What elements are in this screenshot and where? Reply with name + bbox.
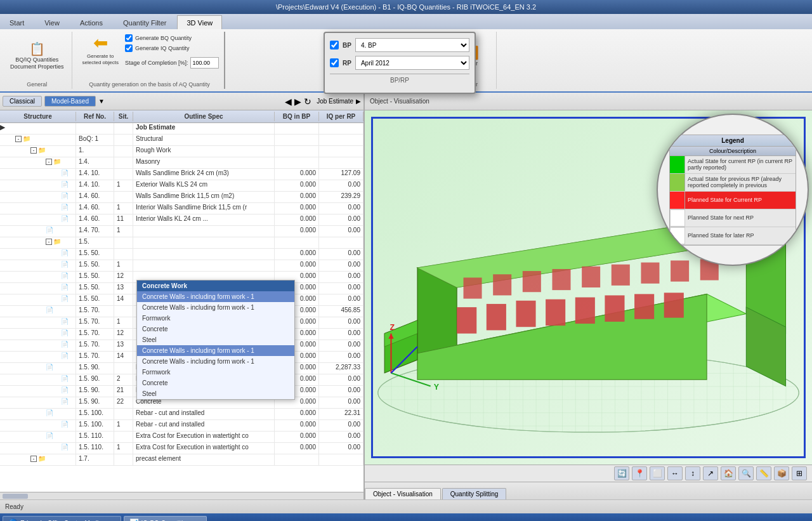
table-row[interactable]: 📄 1.4. 60. 1 Interior Walls Sandlime Bri…: [0, 203, 363, 214]
tab-qty-splitting[interactable]: Quantity Splitting: [442, 488, 507, 499]
table-row[interactable]: -📁 1. Rough Work: [0, 146, 363, 157]
cell-sit: 14: [114, 294, 133, 305]
table-row[interactable]: 📄 1.5. 110. 1 Extra Cost for Execution i…: [0, 443, 363, 454]
forward-btn[interactable]: ▶: [294, 96, 301, 107]
svg-rect-8: [457, 307, 476, 333]
table-row[interactable]: -📁 1.4. Masonry: [0, 157, 363, 169]
refresh-btn[interactable]: ↻: [304, 96, 311, 107]
rp-select[interactable]: April 2012: [355, 56, 469, 70]
bq-iq-quantities-btn[interactable]: 📋 BQ/IQ QuantitiesDocument Properties: [8, 41, 67, 72]
tab-model-based[interactable]: Model-Based: [44, 96, 96, 107]
cell-iq: 239.29: [319, 192, 363, 202]
cell-iq: 0.00: [319, 340, 363, 351]
popup-item-0[interactable]: Concrete Walls - including form work - 1: [137, 291, 294, 302]
col-structure: Structure: [0, 112, 76, 121]
generate-bq-checkbox[interactable]: [125, 34, 133, 42]
cell-iq: 0.00: [319, 180, 363, 191]
tab-object-vis[interactable]: Object - Visualisation: [365, 488, 441, 499]
job-estimate-dropdown[interactable]: ▶: [356, 98, 361, 105]
tab-actions[interactable]: Actions: [70, 15, 112, 29]
h-scroll-thumb[interactable]: [3, 494, 28, 499]
popup-item-1[interactable]: Concrete Walls - including form work - 1: [137, 302, 294, 313]
generate-btn[interactable]: ⬅ Generate toselected objects: [80, 33, 121, 67]
tab-general[interactable]: 3D View: [177, 15, 222, 29]
popup-item-8[interactable]: Concrete: [137, 378, 294, 388]
generate-iq-checkbox[interactable]: [125, 44, 133, 52]
cell-ref: BoQ: 1: [76, 135, 114, 145]
table-row[interactable]: -📁 1.7. precast element: [0, 454, 363, 466]
legend-item-2: Actual State for previous RP (already re…: [670, 174, 796, 192]
stage-value-input[interactable]: [190, 57, 219, 69]
table-row[interactable]: ▶ Job Estimate: [0, 123, 363, 135]
table-row[interactable]: 📄 1.4. 10. Walls Sandlime Brick 24 cm (m…: [0, 169, 363, 180]
popup-item-7[interactable]: Formwork: [137, 367, 294, 378]
cell-structure: -📁: [0, 146, 76, 157]
svg-rect-17: [493, 274, 511, 295]
cell-iq: 0.00: [319, 317, 363, 328]
table-row[interactable]: -📁 1.5.: [0, 237, 363, 249]
job-estimate-label: Job Estimate: [317, 98, 353, 105]
model-based-dropdown[interactable]: ▼: [98, 98, 106, 105]
cell-bq: 0.000: [275, 192, 319, 202]
tab-classical[interactable]: Classical: [3, 96, 42, 107]
popup-item-2[interactable]: Formwork: [137, 313, 294, 324]
cell-sit: 21: [114, 386, 133, 397]
bp-checkbox[interactable]: [330, 41, 339, 49]
popup-item-6[interactable]: Concrete Walls - including form work - 1: [137, 356, 294, 367]
panel-toolbar: Classical Model-Based ▼ ◀ ▶ ↻ Job Estima…: [0, 93, 363, 110]
popup-item-9[interactable]: Steel: [137, 388, 294, 399]
viewer-icon-rotate[interactable]: 🔄: [614, 466, 629, 480]
svg-rect-12: [575, 298, 595, 324]
taskbar-btn-iqbq[interactable]: 📊 IQ-BQ Quantities ✕: [124, 516, 207, 521]
viewer-icon-grid[interactable]: ⊞: [792, 466, 807, 480]
tab-view[interactable]: View: [35, 15, 69, 29]
table-row[interactable]: 📄 1.5. 100. Rebar - cut and installed 0.…: [0, 409, 363, 420]
table-row[interactable]: 📄 1.5. 50. 1 0.000 0.00: [0, 260, 363, 272]
cell-ref: 1.5. 100.: [76, 420, 114, 431]
cell-bq: 0.000: [275, 226, 319, 237]
svg-rect-22: [641, 263, 659, 284]
cell-spec: Extra Cost for Execution in watertight c…: [133, 432, 275, 442]
viewer-icon-pin[interactable]: 📍: [632, 466, 647, 480]
job-estimate-section: ◀ ▶ ↻ Job Estimate ▶: [285, 96, 361, 107]
table-row[interactable]: -📁 BoQ: 1 Structural: [0, 135, 363, 146]
table-row[interactable]: 📄 1.4. 10. 1 Exterior Walls KLS 24 cm 0.…: [0, 180, 363, 192]
cell-structure: 📄: [0, 374, 76, 385]
status-text: Ready: [5, 503, 23, 510]
tab-start[interactable]: Start: [0, 15, 34, 29]
viewer-icon-home[interactable]: 🏠: [721, 466, 736, 480]
table-row[interactable]: 📄 1.5. 100. 1 Rebar - cut and installed …: [0, 420, 363, 432]
ribbon-content: 📋 BQ/IQ QuantitiesDocument Properties Ge…: [0, 29, 812, 93]
viewer-icon-move-d[interactable]: ↗: [703, 466, 718, 480]
legend-color-2: [670, 174, 685, 191]
viewer-icon-move-h[interactable]: ↔: [667, 466, 683, 480]
table-row[interactable]: 📄 1.5. 110. Extra Cost for Execution in …: [0, 432, 363, 443]
table-row[interactable]: 📄 1.4. 60. Walls Sandlime Brick 11,5 cm …: [0, 192, 363, 203]
popup-item-3[interactable]: Concrete: [137, 324, 294, 334]
viewer-icon-measure[interactable]: 📏: [756, 466, 771, 480]
cell-bq: 0.000: [275, 169, 319, 180]
col-sit: Sit.: [114, 112, 133, 121]
taskbar-btn-edward[interactable]: 🔵 Edward - OfficeCenter Madi... ✕: [3, 516, 121, 521]
cell-bq: 0.000: [275, 249, 319, 260]
viewer-icon-zoom[interactable]: 🔍: [738, 466, 754, 480]
tab-qty-filter[interactable]: Quantity Filter: [114, 15, 176, 29]
viewer-icon-move-v[interactable]: ↕: [685, 466, 700, 480]
viewer-icon-box[interactable]: 📦: [774, 466, 789, 480]
table-row[interactable]: 📄 1.4. 70. 1 0.000 0.00: [0, 226, 363, 237]
popup-item-4[interactable]: Steel: [137, 334, 294, 345]
cell-spec: Interior Walls KL 24 cm ...: [133, 214, 275, 225]
viewer-icon-select[interactable]: ⬜: [650, 466, 665, 480]
table-row[interactable]: 📄 1.5. 50. 0.000 0.00: [0, 249, 363, 260]
cell-structure: -📁: [0, 135, 76, 145]
table-row[interactable]: 📄 1.4. 60. 11 Interior Walls KL 24 cm ..…: [0, 214, 363, 226]
back-btn[interactable]: ◀: [285, 96, 292, 107]
bp-select[interactable]: 4. BP: [355, 38, 469, 52]
horizontal-scroll[interactable]: [0, 492, 363, 499]
rp-checkbox[interactable]: [330, 58, 339, 67]
popup-item-5[interactable]: Concrete Walls - including form work - 1: [137, 345, 294, 356]
cell-spec: Masonry: [133, 157, 275, 168]
cell-spec: Walls Sandlime Brick 11,5 cm (m2): [133, 192, 275, 202]
svg-text:Z: Z: [390, 323, 395, 332]
svg-rect-19: [552, 269, 570, 290]
